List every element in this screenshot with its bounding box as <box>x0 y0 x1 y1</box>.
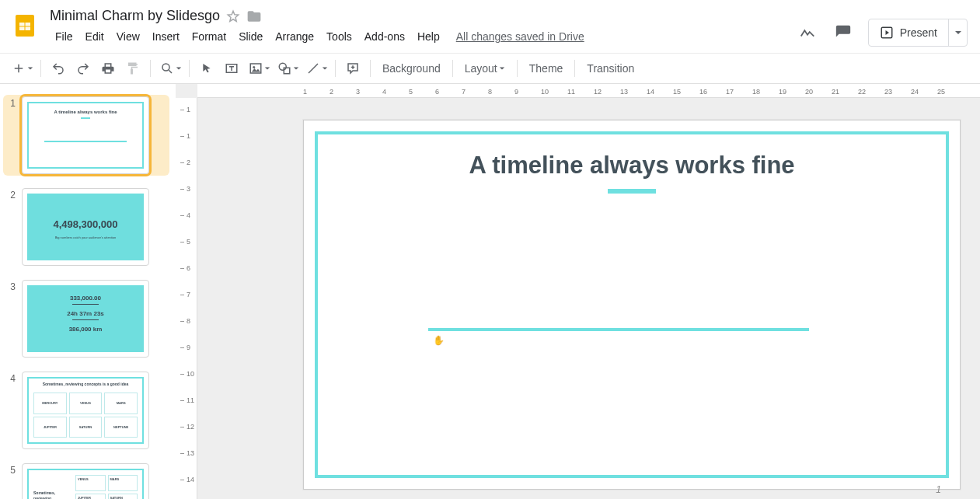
ruler-tick: 7 <box>462 88 466 96</box>
present-button[interactable]: Present <box>869 26 948 40</box>
background-button[interactable]: Background <box>376 57 447 80</box>
print-icon <box>101 61 115 75</box>
ruler-tick: 9 <box>514 88 518 96</box>
slide-thumb-row: 3 333,000.00 24h 37m 23s 386,000 km <box>5 280 169 358</box>
redo-button[interactable] <box>71 57 95 80</box>
zoom-button[interactable] <box>156 57 183 80</box>
chevron-down-icon <box>293 65 299 72</box>
slide-timeline-line[interactable] <box>428 328 809 331</box>
text-box-icon <box>225 61 239 75</box>
save-status[interactable]: All changes saved in Drive <box>456 27 584 46</box>
ruler-tick: 14 <box>647 88 654 96</box>
slide-number: 1 <box>5 96 16 109</box>
app-logo[interactable] <box>9 6 40 45</box>
ruler-tick: 20 <box>805 88 813 96</box>
menu-help[interactable]: Help <box>412 27 445 46</box>
slide-number: 4 <box>5 372 16 384</box>
chevron-down-icon <box>264 65 270 72</box>
line-tool[interactable] <box>302 57 330 80</box>
canvas-stage[interactable]: A timeline always works fine ✋ 1 <box>197 98 980 499</box>
chevron-down-icon <box>27 65 33 72</box>
thumb-line-a: 333,000.00 <box>23 295 148 302</box>
transition-button[interactable]: Transition <box>581 57 640 80</box>
ruler-tick: 3 <box>180 185 190 193</box>
title-zone: Minimal Charm by Slidesgo File Edit View… <box>50 6 797 46</box>
undo-button[interactable] <box>47 57 70 80</box>
add-comment-button[interactable] <box>341 57 364 80</box>
slide-thumb-5[interactable]: Sometimes, reviewing concepts is a good … <box>22 463 149 499</box>
menu-tools[interactable]: Tools <box>321 27 357 46</box>
line-icon <box>306 61 320 75</box>
image-tool[interactable] <box>245 57 272 80</box>
ruler-tick: 6 <box>180 264 190 272</box>
slide-thumb-row: 2 4,498,300,000 Big numbers catch your a… <box>5 188 169 266</box>
ruler-tick: 1 <box>303 88 307 96</box>
menu-format[interactable]: Format <box>187 27 232 46</box>
ruler-tick: 11 <box>180 396 194 404</box>
document-title[interactable]: Minimal Charm by Slidesgo <box>50 8 220 24</box>
ruler-tick: 17 <box>726 88 734 96</box>
present-dropdown[interactable] <box>948 19 967 46</box>
folder-move-icon[interactable] <box>246 9 262 24</box>
filmstrip[interactable]: 1 A timeline always works fine 2 4,498,3… <box>0 84 176 499</box>
slide-title-underline <box>608 189 656 194</box>
print-button[interactable] <box>96 57 120 80</box>
title-bar: Minimal Charm by Slidesgo File Edit View… <box>0 0 980 53</box>
svg-point-5 <box>162 64 169 71</box>
thumb-line-b: 24h 37m 23s <box>23 310 148 317</box>
layout-label: Layout <box>465 62 497 75</box>
menu-addons[interactable]: Add-ons <box>359 27 410 46</box>
slide-thumb-row: 4 Sometimes, reviewing concepts is a goo… <box>5 372 169 449</box>
slide-thumb-3[interactable]: 333,000.00 24h 37m 23s 386,000 km <box>22 280 149 358</box>
ruler-tick: 12 <box>180 423 194 431</box>
slide-number: 3 <box>5 280 16 292</box>
menu-file[interactable]: File <box>50 27 78 46</box>
select-tool[interactable] <box>195 57 218 80</box>
ruler-tick: 2 <box>330 88 333 96</box>
thumb-big-number: 4,498,300,000 <box>23 218 148 230</box>
slide-canvas[interactable]: A timeline always works fine ✋ <box>303 120 961 490</box>
theme-button[interactable]: Theme <box>523 57 570 80</box>
ruler-tick: 2 <box>180 159 190 166</box>
ruler-tick: 13 <box>180 449 194 457</box>
menu-arrange[interactable]: Arrange <box>270 27 319 46</box>
comments-icon[interactable] <box>832 22 854 44</box>
text-box-tool[interactable] <box>220 57 243 80</box>
paint-roller-icon <box>126 61 140 75</box>
layout-button[interactable]: Layout <box>459 57 511 80</box>
title-bar-right: Present <box>797 6 971 47</box>
ruler-tick: 13 <box>620 88 628 96</box>
toolbar: Background Layout Theme Transition <box>0 53 980 84</box>
ruler-tick: 3 <box>356 88 360 96</box>
shape-tool[interactable] <box>274 57 301 80</box>
slide-thumb-4[interactable]: Sometimes, reviewing concepts is a good … <box>22 372 149 449</box>
slide-title-text[interactable]: A timeline always works fine <box>304 152 960 180</box>
activity-icon[interactable] <box>797 22 818 44</box>
ruler-tick: 11 <box>567 88 575 96</box>
vertical-ruler[interactable]: 11234567891011121314 <box>176 98 197 499</box>
menu-view[interactable]: View <box>111 27 145 46</box>
svg-rect-10 <box>284 68 290 74</box>
page-number: 1 <box>936 484 941 495</box>
menu-edit[interactable]: Edit <box>80 27 110 46</box>
comment-plus-icon <box>346 61 360 75</box>
filmstrip-panel: 1 A timeline always works fine 2 4,498,3… <box>0 84 176 499</box>
ruler-tick: 15 <box>673 88 681 96</box>
slide-thumb-row: 5 Sometimes, reviewing concepts is a goo… <box>5 463 169 499</box>
new-slide-button[interactable] <box>8 57 35 80</box>
ruler-tick: 6 <box>435 88 439 96</box>
ruler-tick: 1 <box>180 106 190 113</box>
menu-insert[interactable]: Insert <box>147 27 185 46</box>
slide-number: 2 <box>5 188 16 201</box>
star-icon[interactable] <box>226 9 240 23</box>
thumb-subtitle: Big numbers catch your audience's attent… <box>23 236 148 239</box>
thumb-title: A timeline always works fine <box>23 110 148 114</box>
horizontal-ruler[interactable]: 1234567891011121314151617181920212223242… <box>197 84 980 98</box>
menu-slide[interactable]: Slide <box>233 27 268 46</box>
menu-bar: File Edit View Insert Format Slide Arran… <box>50 27 797 46</box>
ruler-tick: 5 <box>409 88 413 96</box>
slide-thumb-2[interactable]: 4,498,300,000 Big numbers catch your aud… <box>22 188 149 266</box>
slide-thumb-1[interactable]: A timeline always works fine <box>22 96 149 174</box>
ruler-tick: 18 <box>752 88 760 96</box>
shape-icon <box>277 61 291 75</box>
